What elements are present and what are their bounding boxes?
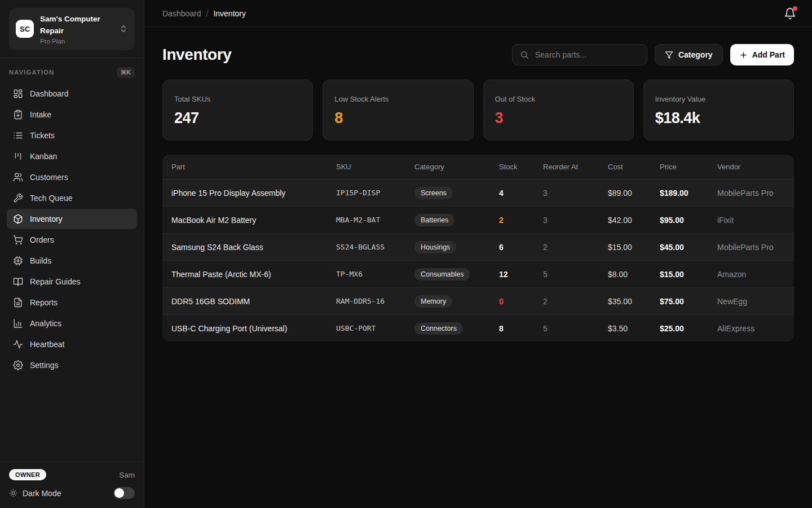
price-cell: $45.00 (660, 243, 717, 252)
breadcrumb-parent[interactable]: Dashboard (162, 9, 201, 18)
table-header-row: PartSKUCategoryStockReorder AtCostPriceV… (162, 155, 794, 179)
breadcrumb-separator: / (206, 9, 209, 18)
stock-cell: 2 (499, 216, 543, 225)
sidebar-item-tickets[interactable]: Tickets (7, 125, 137, 146)
sidebar-item-label: Settings (30, 361, 59, 370)
stock-cell: 0 (499, 297, 543, 306)
shopping-cart-icon (13, 235, 23, 245)
notifications-button[interactable] (783, 6, 797, 21)
sku-cell: SS24-BGLASS (336, 243, 414, 251)
sidebar-item-customers[interactable]: Customers (7, 167, 137, 187)
page-header: Inventory Category (162, 44, 794, 65)
reorder-at-cell: 3 (543, 189, 608, 198)
part-name-cell: iPhone 15 Pro Display Assembly (171, 189, 336, 198)
table-row[interactable]: Samsung S24 Back GlassSS24-BGLASSHousing… (162, 233, 794, 260)
category-button-label: Category (678, 50, 713, 59)
stat-label: Inventory Value (655, 95, 782, 103)
chevrons-up-down-icon (119, 24, 128, 33)
sidebar-item-intake[interactable]: Intake (7, 104, 137, 125)
nav-section-label: NAVIGATION (9, 69, 54, 76)
sidebar-item-label: Analytics (30, 319, 61, 328)
sidebar-item-inventory[interactable]: Inventory (7, 209, 137, 229)
sidebar-item-tech-queue[interactable]: Tech Queue (7, 188, 137, 208)
add-part-button-label: Add Part (752, 50, 785, 59)
command-k-shortcut[interactable]: ⌘K (117, 67, 135, 78)
column-header-part: Part (171, 163, 336, 171)
sidebar-item-label: Builds (30, 256, 51, 265)
dark-mode-toggle[interactable] (113, 487, 135, 499)
category-cell: Memory (414, 295, 499, 308)
sidebar-item-heartbeat[interactable]: Heartbeat (7, 334, 137, 354)
inventory-table: PartSKUCategoryStockReorder AtCostPriceV… (162, 155, 794, 341)
sidebar-item-repair-guides[interactable]: Repair Guides (7, 271, 137, 292)
sidebar-item-settings[interactable]: Settings (7, 355, 137, 375)
stat-value: 3 (495, 110, 622, 127)
category-badge: Connectors (414, 322, 463, 335)
stat-card-inventory-value: Inventory Value$18.4k (643, 80, 794, 141)
workspace-switcher-wrap: SC Sam's Computer Repair Pro Plan (0, 0, 144, 58)
table-row[interactable]: DDR5 16GB SODIMMRAM-DDR5-16Memory02$35.0… (162, 287, 794, 314)
dark-mode-row: Dark Mode (9, 487, 135, 499)
notification-dot (793, 6, 797, 11)
stat-card-total-skus: Total SKUs247 (162, 80, 313, 141)
cpu-icon (13, 256, 23, 266)
part-name-cell: Samsung S24 Back Glass (171, 243, 336, 252)
sidebar-item-label: Kanban (30, 152, 57, 161)
category-badge: Housings (414, 241, 456, 253)
cost-cell: $89.00 (608, 189, 660, 198)
workspace-name: Sam's Computer Repair (40, 14, 113, 37)
bar-chart-icon (13, 318, 23, 329)
stat-value: 8 (334, 110, 461, 127)
sidebar-item-orders[interactable]: Orders (7, 230, 137, 250)
sidebar: SC Sam's Computer Repair Pro Plan NAVIGA… (0, 0, 144, 508)
category-badge: Memory (414, 295, 452, 308)
sidebar-item-label: Dashboard (30, 89, 69, 98)
sidebar-item-dashboard[interactable]: Dashboard (7, 84, 137, 104)
plus-icon (739, 51, 748, 59)
category-filter-button[interactable]: Category (655, 44, 723, 65)
column-header-sku: SKU (336, 163, 414, 171)
dark-mode-label-group: Dark Mode (9, 489, 61, 498)
nav-header: NAVIGATION ⌘K (0, 58, 144, 84)
cost-cell: $15.00 (608, 243, 660, 252)
sidebar-item-label: Tickets (30, 131, 55, 140)
page-title: Inventory (162, 46, 231, 64)
cost-cell: $3.50 (608, 324, 660, 333)
sidebar-item-reports[interactable]: Reports (7, 292, 137, 313)
sidebar-item-kanban[interactable]: Kanban (7, 146, 137, 167)
reorder-at-cell: 2 (543, 297, 608, 306)
table-row[interactable]: Thermal Paste (Arctic MX-6)TP-MX6Consuma… (162, 260, 794, 287)
column-header-cost: Cost (608, 163, 660, 171)
reorder-at-cell: 3 (543, 216, 608, 225)
reorder-at-cell: 5 (543, 270, 608, 279)
sku-cell: MBA-M2-BAT (336, 216, 414, 224)
part-name-cell: Thermal Paste (Arctic MX-6) (171, 270, 336, 279)
vendor-cell: MobileParts Pro (717, 243, 785, 252)
package-icon (13, 214, 23, 224)
price-cell: $25.00 (660, 324, 717, 333)
workspace-plan: Pro Plan (40, 38, 113, 45)
price-cell: $15.00 (660, 270, 717, 279)
sidebar-item-label: Repair Guides (30, 277, 81, 286)
add-part-button[interactable]: Add Part (730, 44, 794, 65)
part-name-cell: USB-C Charging Port (Universal) (171, 324, 336, 333)
sidebar-item-analytics[interactable]: Analytics (7, 313, 137, 334)
stat-value: $18.4k (655, 110, 782, 127)
category-cell: Batteries (414, 214, 499, 226)
search-icon (520, 50, 529, 59)
sku-cell: TP-MX6 (336, 270, 414, 278)
table-row[interactable]: USB-C Charging Port (Universal)USBC-PORT… (162, 314, 794, 341)
workspace-switcher[interactable]: SC Sam's Computer Repair Pro Plan (9, 8, 135, 50)
table-row[interactable]: MacBook Air M2 BatteryMBA-M2-BATBatterie… (162, 206, 794, 233)
reorder-at-cell: 5 (543, 324, 608, 333)
sku-cell: RAM-DDR5-16 (336, 297, 414, 305)
main-area: Dashboard / Inventory Inventory (144, 0, 812, 508)
search-input[interactable] (534, 50, 639, 60)
toggle-knob (114, 488, 124, 498)
table-row[interactable]: iPhone 15 Pro Display AssemblyIP15P-DISP… (162, 179, 794, 206)
category-cell: Screens (414, 187, 499, 199)
sun-icon (9, 489, 17, 497)
sidebar-item-builds[interactable]: Builds (7, 251, 137, 271)
category-badge: Consumables (414, 268, 470, 281)
sku-cell: IP15P-DISP (336, 189, 414, 197)
